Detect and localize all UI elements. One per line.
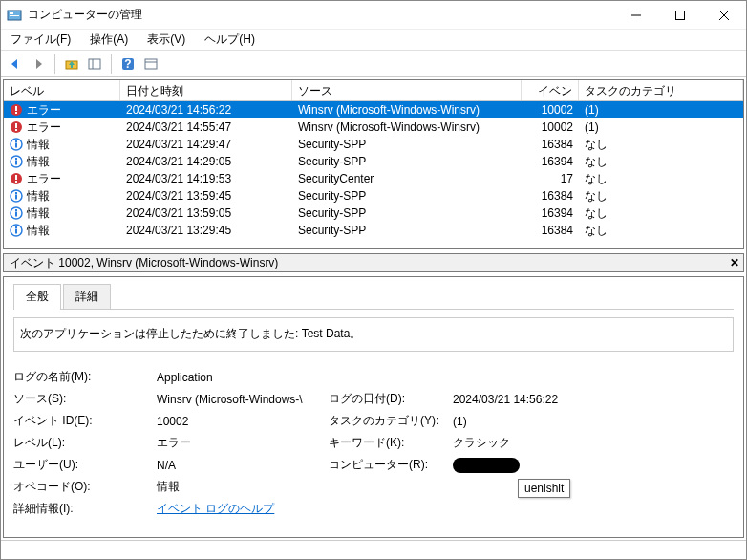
header-level[interactable]: レベル — [4, 80, 120, 100]
table-row[interactable]: 情報2024/03/21 13:59:05Security-SPP16394なし — [4, 205, 743, 222]
level-text: 情報 — [27, 205, 50, 222]
category-cell: なし — [579, 171, 743, 187]
table-row[interactable]: 情報2024/03/21 14:29:05Security-SPP16394なし — [4, 153, 743, 170]
id-cell: 16384 — [522, 138, 579, 151]
event-log-help-link[interactable]: イベント ログのヘルプ — [157, 502, 274, 515]
date-cell: 2024/03/21 14:29:05 — [120, 155, 292, 168]
forward-icon[interactable] — [30, 55, 47, 73]
event-properties: ログの名前(M): Application ソース(S): Winsrv (Mi… — [13, 369, 734, 517]
value-level: エラー — [157, 435, 329, 451]
label-keywords: キーワード(K): — [329, 435, 453, 451]
label-date: ログの日付(D): — [329, 391, 453, 407]
error-icon — [10, 172, 23, 185]
id-cell: 16394 — [522, 206, 579, 220]
id-cell: 17 — [522, 172, 579, 185]
toolbar-separator — [54, 54, 55, 74]
error-icon — [10, 120, 23, 134]
properties-icon[interactable] — [142, 55, 160, 73]
titlebar: コンピューターの管理 — [1, 1, 746, 30]
menu-view[interactable]: 表示(V) — [143, 30, 189, 50]
svg-rect-19 — [15, 129, 17, 131]
maximize-button[interactable] — [658, 1, 702, 30]
grid-header: レベル 日付と時刻 ソース イベント ID タスクのカテゴリ — [4, 80, 743, 101]
label-moreinfo: 詳細情報(I): — [13, 501, 157, 517]
svg-rect-25 — [15, 158, 17, 160]
show-hide-tree-icon[interactable] — [86, 55, 103, 73]
grid-body[interactable]: エラー2024/03/21 14:56:22Winsrv (Microsoft-… — [4, 101, 743, 248]
content-area: レベル 日付と時刻 ソース イベント ID タスクのカテゴリ エラー2024/0… — [1, 77, 746, 540]
detail-pane: 全般 詳細 次のアプリケーションは停止したために終了しました: Test Dat… — [3, 276, 744, 538]
source-cell: SecurityCenter — [292, 172, 522, 185]
id-cell: 16384 — [522, 189, 579, 203]
toolbar-separator — [111, 54, 112, 74]
source-cell: Security-SPP — [292, 224, 522, 237]
category-cell: なし — [579, 205, 743, 222]
tab-general[interactable]: 全般 — [13, 284, 61, 310]
table-row[interactable]: 情報2024/03/21 13:29:45Security-SPP16384なし — [4, 222, 743, 239]
svg-rect-31 — [15, 192, 17, 194]
svg-rect-21 — [15, 143, 17, 148]
level-text: エラー — [27, 102, 61, 118]
value-source: Winsrv (Microsoft-Windows-\ — [157, 393, 329, 406]
toolbar: ? — [1, 51, 746, 77]
level-text: 情報 — [27, 188, 50, 205]
menu-action[interactable]: 操作(A) — [86, 30, 132, 50]
header-source[interactable]: ソース — [292, 80, 522, 100]
svg-rect-34 — [15, 209, 17, 211]
svg-rect-36 — [15, 229, 17, 234]
menu-help[interactable]: ヘルプ(H) — [201, 30, 259, 50]
help-icon[interactable]: ? — [119, 55, 137, 73]
value-taskcat: (1) — [453, 415, 615, 428]
table-row[interactable]: エラー2024/03/21 14:56:22Winsrv (Microsoft-… — [4, 101, 743, 118]
value-computer — [453, 458, 615, 473]
date-cell: 2024/03/21 14:29:47 — [120, 138, 292, 151]
event-list-pane: レベル 日付と時刻 ソース イベント ID タスクのカテゴリ エラー2024/0… — [3, 79, 744, 249]
svg-text:?: ? — [124, 57, 131, 71]
svg-rect-8 — [89, 59, 100, 69]
table-row[interactable]: エラー2024/03/21 14:55:47Winsrv (Microsoft-… — [4, 118, 743, 136]
close-button[interactable] — [702, 1, 746, 30]
value-logname: Application — [157, 371, 615, 384]
date-cell: 2024/03/21 13:59:45 — [120, 189, 292, 203]
id-cell: 16394 — [522, 155, 579, 168]
header-date[interactable]: 日付と時刻 — [120, 80, 292, 100]
svg-rect-4 — [676, 11, 685, 19]
svg-rect-2 — [10, 15, 19, 16]
table-row[interactable]: 情報2024/03/21 13:59:45Security-SPP16384なし — [4, 187, 743, 205]
value-user: N/A — [157, 459, 329, 472]
label-source: ソース(S): — [13, 391, 157, 407]
id-cell: 10002 — [522, 120, 579, 134]
table-row[interactable]: 情報2024/03/21 14:29:47Security-SPP16384なし — [4, 136, 743, 153]
date-cell: 2024/03/21 14:56:22 — [120, 103, 292, 117]
level-text: 情報 — [27, 137, 50, 153]
table-row[interactable]: エラー2024/03/21 14:19:53SecurityCenter17なし — [4, 170, 743, 187]
date-cell: 2024/03/21 14:19:53 — [120, 172, 292, 185]
svg-rect-33 — [15, 212, 17, 217]
detail-header-bar: イベント 10002, Winsrv (Microsoft-Windows-Wi… — [3, 253, 744, 272]
info-icon — [10, 155, 23, 168]
header-category[interactable]: タスクのカテゴリ — [579, 80, 743, 100]
date-cell: 2024/03/21 13:59:05 — [120, 206, 292, 220]
label-eventid: イベント ID(E): — [13, 413, 157, 429]
id-cell: 10002 — [522, 103, 579, 117]
minimize-button[interactable] — [614, 1, 658, 30]
close-detail-icon[interactable]: ✕ — [730, 256, 739, 269]
info-icon — [10, 224, 23, 237]
error-icon — [10, 103, 23, 117]
info-icon — [10, 189, 23, 203]
header-id[interactable]: イベント ID — [522, 80, 579, 100]
app-icon — [7, 8, 22, 23]
level-text: エラー — [27, 119, 61, 136]
label-level: レベル(L): — [13, 435, 157, 451]
value-date: 2024/03/21 14:56:22 — [453, 393, 615, 406]
category-cell: なし — [579, 223, 743, 239]
info-icon — [10, 206, 23, 220]
menu-file[interactable]: ファイル(F) — [7, 30, 75, 50]
source-cell: Security-SPP — [292, 155, 522, 168]
back-icon[interactable] — [7, 55, 24, 73]
up-folder-icon[interactable] — [63, 55, 80, 73]
tab-details[interactable]: 詳細 — [63, 284, 111, 310]
label-logname: ログの名前(M): — [13, 369, 157, 385]
source-cell: Security-SPP — [292, 189, 522, 203]
detail-tabs: 全般 詳細 — [13, 283, 734, 310]
